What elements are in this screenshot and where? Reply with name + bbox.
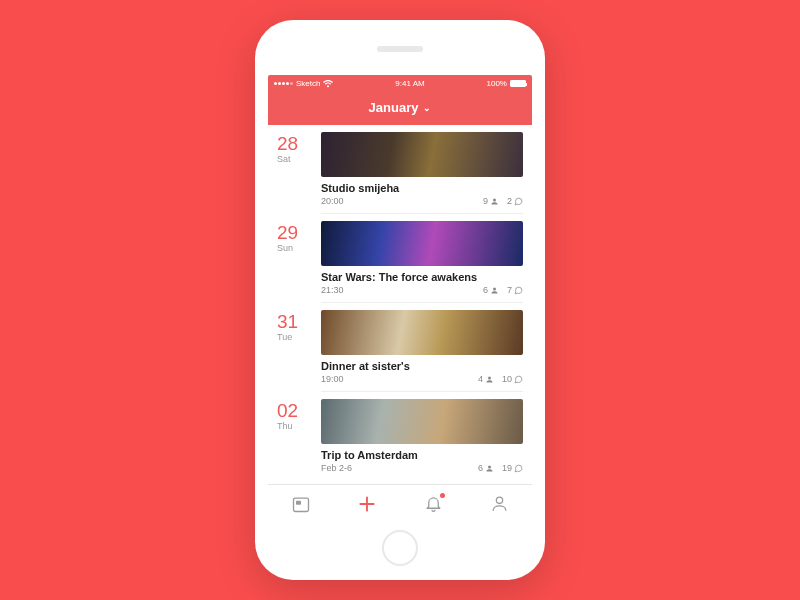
comment-icon [514,375,523,384]
event-title: Studio smijeha [321,182,523,194]
event-stats: 6 19 [478,463,523,473]
svg-point-2 [496,497,502,503]
plus-icon [357,494,377,514]
people-icon [490,197,499,206]
tab-notifications[interactable] [400,485,466,522]
comment-icon [514,464,523,473]
person-icon [490,494,509,513]
event-image [321,399,523,444]
event-image [321,221,523,266]
tab-profile[interactable] [466,485,532,522]
event-stats: 6 7 [483,285,523,295]
home-button[interactable] [382,530,418,566]
chevron-down-icon: ⌄ [423,103,431,113]
date-day: Thu [277,421,311,431]
date-day: Tue [277,332,311,342]
svg-rect-0 [294,498,309,511]
people-icon [485,375,494,384]
carrier-label: Sketch [296,79,320,88]
attendee-count: 9 [483,196,488,206]
comment-count: 2 [507,196,512,206]
tab-bar [268,484,532,522]
wifi-icon [323,80,333,88]
event-time: 19:00 [321,374,344,384]
event-image [321,132,523,177]
clock-label: 9:41 AM [395,79,424,88]
notification-dot-icon [440,493,445,498]
event-row[interactable]: 31 Tue Dinner at sister's 19:00 4 10 [268,303,532,392]
calendar-icon [291,494,311,514]
comment-count: 7 [507,285,512,295]
attendee-count: 6 [478,463,483,473]
date-number: 29 [277,223,311,242]
event-row[interactable]: 29 Sun Star Wars: The force awakens 21:3… [268,214,532,303]
event-time: 21:30 [321,285,344,295]
people-icon [490,286,499,295]
signal-dots-icon [274,82,293,85]
event-image [321,310,523,355]
month-selector[interactable]: January ⌄ [268,92,532,125]
event-stats: 9 2 [483,196,523,206]
battery-icon [510,80,526,87]
event-date: 28 Sat [277,132,311,214]
svg-rect-1 [296,500,301,504]
event-date: 31 Tue [277,310,311,392]
comment-count: 10 [502,374,512,384]
event-date: 02 Thu [277,399,311,480]
event-date: 29 Sun [277,221,311,303]
event-row[interactable]: 28 Sat Studio smijeha 20:00 9 2 [268,125,532,214]
month-label: January [369,100,419,115]
comment-icon [514,286,523,295]
phone-speaker [377,46,423,52]
event-title: Trip to Amsterdam [321,449,523,461]
battery-label: 100% [487,79,507,88]
event-title: Star Wars: The force awakens [321,271,523,283]
event-title: Dinner at sister's [321,360,523,372]
comment-count: 19 [502,463,512,473]
attendee-count: 4 [478,374,483,384]
event-row[interactable]: 02 Thu Trip to Amsterdam Feb 2-6 6 19 [268,392,532,480]
attendee-count: 6 [483,285,488,295]
date-day: Sun [277,243,311,253]
screen: Sketch 9:41 AM 100% January ⌄ 28 Sat [268,75,532,522]
date-number: 31 [277,312,311,331]
date-day: Sat [277,154,311,164]
comment-icon [514,197,523,206]
status-bar: Sketch 9:41 AM 100% [268,75,532,92]
people-icon [485,464,494,473]
phone-frame: Sketch 9:41 AM 100% January ⌄ 28 Sat [255,20,545,580]
event-time: Feb 2-6 [321,463,352,473]
event-time: 20:00 [321,196,344,206]
event-feed[interactable]: 28 Sat Studio smijeha 20:00 9 2 [268,125,532,484]
tab-add[interactable] [334,485,400,522]
date-number: 02 [277,401,311,420]
date-number: 28 [277,134,311,153]
tab-calendar[interactable] [268,485,334,522]
event-stats: 4 10 [478,374,523,384]
